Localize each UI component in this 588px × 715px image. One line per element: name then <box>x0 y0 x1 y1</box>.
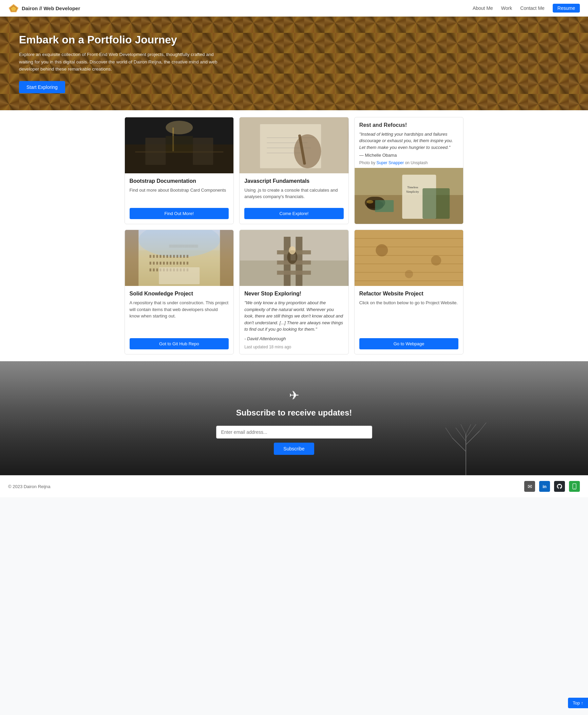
svg-text:▐▌▐▌▐▌▐▌▐▌▐▌▐▌▐▌▐▌▐▌▐▌▐▌: ▐▌▐▌▐▌▐▌▐▌▐▌▐▌▐▌▐▌▐▌▐▌▐▌ <box>149 255 189 258</box>
card-refactor-body: Refactor Website Project Click on the bu… <box>355 286 463 354</box>
card-bootstrap-image <box>125 117 234 173</box>
card-javascript: Javascript Fundamentals Using .js to cre… <box>239 117 349 225</box>
card-never-stop-updated: Last updated 18 mins ago <box>244 345 344 349</box>
navbar-links: About Me Work Contact Me Resume <box>473 4 580 13</box>
svg-text:Simplicity: Simplicity <box>406 190 419 193</box>
card-solid-knowledge-image: ░░░░░░░░░░░░░░░ ▐▌▐▌▐▌▐▌▐▌▐▌▐▌▐▌▐▌▐▌▐▌▐▌… <box>125 230 234 286</box>
footer-linkedin-icon[interactable]: in <box>539 481 550 492</box>
card-solid-knowledge-text: A repository that is under construction.… <box>130 299 229 334</box>
subscribe-button[interactable]: Subscribe <box>274 443 314 455</box>
card-rest-author: — Michelle Obama <box>359 153 459 158</box>
card-never-stop-body: Never Stop Exploring! "We only know a ti… <box>240 286 348 354</box>
nav-resume[interactable]: Resume <box>553 4 580 13</box>
cards-section: Bootstrap Documentation Find out more ab… <box>0 110 588 362</box>
card-rest-photo-link[interactable]: Super Snapper <box>377 160 404 165</box>
subscribe-icon: ✈ <box>7 388 581 403</box>
nav-contact[interactable]: Contact Me <box>520 5 545 11</box>
svg-point-71 <box>574 488 575 489</box>
svg-line-69 <box>466 424 471 434</box>
card-never-stop-author: - David Attenborough <box>244 335 344 342</box>
card-refactor-text: Click on the button below to go to Proje… <box>359 299 459 334</box>
footer-email-icon[interactable]: ✉ <box>524 481 535 492</box>
svg-line-66 <box>445 428 452 438</box>
svg-rect-27 <box>422 188 450 219</box>
card-solid-knowledge-title: Solid Knowledge Project <box>130 291 229 297</box>
subscribe-email-input[interactable] <box>216 426 372 439</box>
card-javascript-title: Javascript Fundamentals <box>244 178 344 184</box>
footer: © 2023 Dairon Reijna ✉ in <box>0 475 588 497</box>
hero-title: Embark on a Portfolio Journey <box>19 34 219 46</box>
svg-rect-19 <box>240 117 348 173</box>
card-bootstrap-button[interactable]: Find Out More! <box>130 208 229 219</box>
card-refactor: Refactor Website Project Click on the bu… <box>354 230 464 354</box>
card-solid-knowledge: ░░░░░░░░░░░░░░░ ▐▌▐▌▐▌▐▌▐▌▐▌▐▌▐▌▐▌▐▌▐▌▐▌… <box>125 230 234 354</box>
card-javascript-image <box>240 117 348 173</box>
card-refactor-button[interactable]: Go to Webpage <box>359 338 459 349</box>
svg-rect-33 <box>220 230 233 286</box>
hero-description: Explore an exquisite collection of Front… <box>19 51 219 73</box>
subscribe-tree-decoration <box>432 407 500 475</box>
svg-text:▐▌▐▌▐▌▐▌▐▌▐▌▐▌▐▌▐▌▐▌▐▌▐▌: ▐▌▐▌▐▌▐▌▐▌▐▌▐▌▐▌▐▌▐▌▐▌▐▌ <box>149 262 189 265</box>
svg-rect-47 <box>277 271 311 275</box>
navbar-brand: Dairon // Web Developer <box>8 3 80 13</box>
hero-content: Embark on a Portfolio Journey Explore an… <box>0 17 238 110</box>
footer-mobile-icon[interactable] <box>569 481 580 492</box>
card-javascript-body: Javascript Fundamentals Using .js to cre… <box>240 173 348 224</box>
card-refactor-title: Refactor Website Project <box>359 291 459 297</box>
svg-line-67 <box>479 423 486 431</box>
card-bootstrap: Bootstrap Documentation Find out more ab… <box>125 117 234 225</box>
card-javascript-text: Using .js to create a console that calcu… <box>244 187 344 204</box>
card-bootstrap-title: Bootstrap Documentation <box>130 178 229 184</box>
hero-cta-button[interactable]: Start Exploring <box>19 81 65 93</box>
card-solid-knowledge-button[interactable]: Got to Git Hub Repo <box>130 338 229 349</box>
svg-text:Timeless: Timeless <box>407 186 418 189</box>
svg-rect-60 <box>355 230 463 286</box>
card-bootstrap-text: Find out more about Bootstrap Card Compo… <box>130 187 229 204</box>
footer-icons: ✉ in <box>524 481 580 492</box>
footer-github-icon[interactable] <box>554 481 565 492</box>
card-never-stop-image <box>240 230 348 286</box>
card-javascript-button[interactable]: Come Explore! <box>244 208 344 219</box>
cards-grid: Bootstrap Documentation Find out more ab… <box>125 117 464 355</box>
card-bootstrap-body: Bootstrap Documentation Find out more ab… <box>125 173 234 224</box>
card-rest-quote: "Instead of letting your hardships and f… <box>359 131 459 151</box>
navbar: Dairon // Web Developer About Me Work Co… <box>0 0 588 17</box>
card-rest-body: Rest and Refocus! "Instead of letting yo… <box>355 117 463 168</box>
subscribe-section: ✈ Subscribe to receive updates! Subscrib… <box>0 361 588 475</box>
card-rest-photo-credit: Photo by Super Snapper on Unsplash <box>359 160 459 165</box>
card-solid-knowledge-body: Solid Knowledge Project A repository tha… <box>125 286 234 354</box>
footer-copyright: © 2023 Dairon Reijna <box>8 484 50 489</box>
card-rest: Rest and Refocus! "Instead of letting yo… <box>354 117 464 225</box>
svg-line-63 <box>466 431 479 445</box>
hero-section: Embark on a Portfolio Journey Explore an… <box>0 17 588 110</box>
card-rest-title: Rest and Refocus! <box>359 122 459 128</box>
card-rest-image: Timeless Simplicity <box>355 168 463 224</box>
nav-about[interactable]: About Me <box>473 5 493 11</box>
svg-line-62 <box>452 438 466 451</box>
card-never-stop: Never Stop Exploring! "We only know a ti… <box>239 230 349 354</box>
svg-rect-10 <box>166 136 193 153</box>
svg-point-49 <box>289 246 296 254</box>
card-refactor-image <box>355 230 463 286</box>
svg-text:░░░░░░░░░░░░░░░: ░░░░░░░░░░░░░░░ <box>169 245 198 248</box>
svg-rect-32 <box>125 230 138 286</box>
subscribe-input-wrap <box>216 426 372 439</box>
svg-line-68 <box>461 424 466 434</box>
svg-point-8 <box>166 121 193 134</box>
svg-rect-40 <box>159 267 200 284</box>
card-never-stop-title: Never Stop Exploring! <box>244 291 344 297</box>
logo-icon <box>8 3 19 13</box>
svg-rect-29 <box>366 200 373 204</box>
svg-line-64 <box>456 428 466 441</box>
nav-work[interactable]: Work <box>501 5 512 11</box>
card-never-stop-quote: "We only know a tiny proportion about th… <box>244 299 344 333</box>
svg-rect-28 <box>375 200 394 212</box>
brand-text: Dairon // Web Developer <box>22 5 80 11</box>
